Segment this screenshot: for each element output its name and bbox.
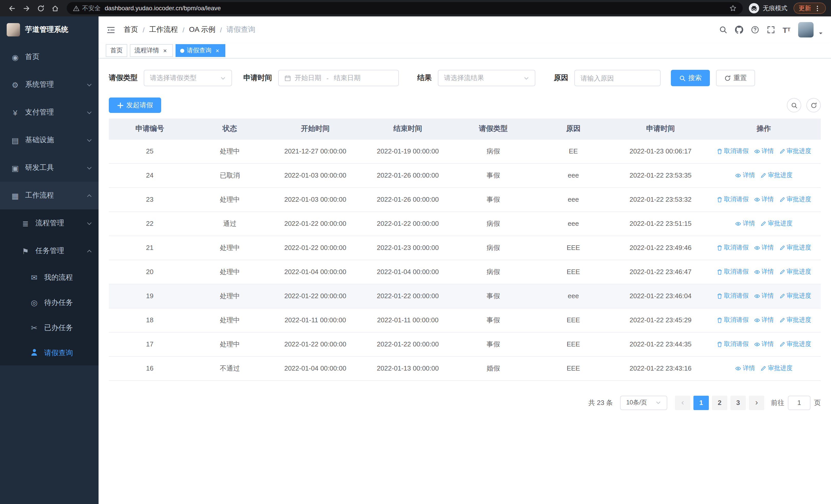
chevron-down-icon: [87, 82, 92, 86]
approval-progress-link[interactable]: 审批进度: [779, 195, 811, 204]
create-leave-button[interactable]: 发起请假: [109, 97, 161, 113]
cancel-leave-link[interactable]: 取消请假: [716, 316, 749, 324]
font-size-icon[interactable]: TT: [782, 26, 791, 34]
page-button-2[interactable]: 2: [712, 395, 727, 410]
page-button-1[interactable]: 1: [693, 395, 709, 410]
breadcrumb-item[interactable]: OA 示例: [189, 25, 216, 34]
next-page-button[interactable]: ›: [749, 395, 764, 410]
detail-link[interactable]: 详情: [754, 243, 774, 252]
detail-link[interactable]: 详情: [754, 147, 774, 155]
sidebar-item-payment-management[interactable]: ¥ 支付管理: [0, 98, 98, 126]
cell-reason: eee: [532, 163, 614, 187]
sidebar-item-workflow[interactable]: ▦ 工作流程: [0, 182, 98, 209]
sidebar-item-todo-tasks[interactable]: ◎ 待办任务: [0, 290, 98, 315]
site-security-chip[interactable]: 不安全: [73, 4, 101, 12]
leave-type-select[interactable]: 请选择请假类型: [144, 70, 232, 86]
app-logo[interactable]: 芋道管理系统: [0, 17, 98, 43]
cell-apply-id: 24: [109, 163, 191, 187]
help-icon[interactable]: [751, 26, 759, 34]
fullscreen-icon[interactable]: [767, 26, 775, 34]
start-date-placeholder: 开始日期: [295, 73, 321, 83]
sidebar-item-label: 已办任务: [44, 323, 91, 332]
cell-start-time: 2022-01-04 00:00:00: [269, 356, 362, 380]
cell-start-time: 2022-01-11 00:00:00: [269, 308, 362, 332]
tab-home[interactable]: 首页: [106, 44, 127, 57]
breadcrumb-item[interactable]: 工作流程: [149, 25, 178, 34]
cancel-leave-link[interactable]: 取消请假: [716, 292, 749, 300]
page-content: 请假类型 请选择请假类型 申请时间 开始日期 - 结束日期: [98, 59, 831, 504]
page-button-3[interactable]: 3: [730, 395, 746, 410]
chrome-update-button[interactable]: 更新: [794, 3, 826, 14]
cancel-leave-link[interactable]: 取消请假: [716, 340, 749, 349]
tab-leave-query[interactable]: 请假查询 ×: [175, 44, 225, 57]
user-avatar[interactable]: [798, 22, 813, 37]
result-select[interactable]: 请选择流结果: [438, 70, 535, 86]
sidebar-item-done-tasks[interactable]: ✂ 已办任务: [0, 315, 98, 340]
address-bar[interactable]: 不安全 dashboard.yudao.iocoder.cn/bpm/oa/le…: [67, 2, 743, 14]
approval-progress-link[interactable]: 审批进度: [779, 292, 811, 300]
approval-progress-link[interactable]: 审批进度: [760, 219, 793, 228]
cell-apply-time: 2022-01-22 23:53:35: [614, 163, 707, 187]
detail-link[interactable]: 详情: [735, 364, 755, 373]
sidebar-item-devtools[interactable]: ▣ 研发工具: [0, 154, 98, 182]
leave-table-body: 25处理中2021-12-27 00:00:002022-01-19 00:00…: [109, 139, 821, 380]
apply-time-range-picker[interactable]: 开始日期 - 结束日期: [278, 70, 399, 86]
approval-progress-link[interactable]: 审批进度: [779, 340, 811, 349]
search-icon[interactable]: [719, 26, 727, 34]
sidebar-item-infrastructure[interactable]: ▤ 基础设施: [0, 126, 98, 154]
sidebar-item-process-management[interactable]: ≣ 流程管理: [0, 209, 98, 237]
home-button[interactable]: [48, 2, 62, 15]
prev-page-button[interactable]: ‹: [675, 395, 690, 410]
breadcrumb-separator: /: [220, 26, 222, 34]
reset-button[interactable]: 重置: [716, 70, 755, 86]
approval-progress-link[interactable]: 审批进度: [779, 267, 811, 276]
approval-progress-link[interactable]: 审批进度: [760, 364, 793, 373]
close-icon[interactable]: ×: [214, 47, 221, 54]
detail-link[interactable]: 详情: [754, 195, 774, 204]
approval-progress-link[interactable]: 审批进度: [779, 147, 811, 155]
detail-link[interactable]: 详情: [754, 292, 774, 300]
cell-end-time: 2022-01-26 00:00:00: [362, 187, 454, 211]
github-icon[interactable]: [735, 26, 743, 34]
cancel-leave-link[interactable]: 取消请假: [716, 267, 749, 276]
sidebar-item-home[interactable]: ◉ 首页: [0, 43, 98, 71]
incognito-icon: [749, 3, 759, 13]
refresh-table-button[interactable]: [806, 98, 821, 112]
search-button[interactable]: 搜索: [671, 70, 710, 86]
goto-page-input[interactable]: [788, 395, 810, 410]
sidebar-collapse-button[interactable]: [106, 26, 115, 34]
approval-progress-link[interactable]: 审批进度: [760, 171, 793, 180]
cancel-leave-link[interactable]: 取消请假: [716, 147, 749, 155]
bookmark-star-icon[interactable]: [729, 5, 737, 12]
approval-progress-link[interactable]: 审批进度: [779, 316, 811, 324]
cell-status: 处理中: [191, 139, 269, 163]
reason-input[interactable]: [580, 74, 654, 82]
cancel-leave-link[interactable]: 取消请假: [716, 243, 749, 252]
detail-link[interactable]: 详情: [754, 267, 774, 276]
sidebar-item-my-process[interactable]: ✉ 我的流程: [0, 265, 98, 290]
toggle-search-button[interactable]: [787, 98, 801, 112]
detail-link[interactable]: 详情: [754, 340, 774, 349]
approval-progress-link[interactable]: 审批进度: [779, 243, 811, 252]
breadcrumb-item[interactable]: 首页: [124, 25, 138, 34]
close-icon[interactable]: ×: [162, 47, 168, 54]
gear-icon: ⚙: [11, 81, 20, 89]
detail-link[interactable]: 详情: [754, 316, 774, 324]
eye-icon: [754, 293, 760, 299]
detail-link[interactable]: 详情: [735, 171, 755, 180]
cell-apply-id: 20: [109, 260, 191, 284]
page-size-select[interactable]: 10条/页: [620, 395, 667, 410]
detail-link[interactable]: 详情: [735, 219, 755, 228]
user-menu-caret-icon[interactable]: [818, 31, 823, 36]
cancel-leave-link[interactable]: 取消请假: [716, 195, 749, 204]
cell-apply-id: 19: [109, 284, 191, 308]
sidebar-item-task-management[interactable]: ⚑ 任务管理: [0, 237, 98, 265]
sidebar-item-system-management[interactable]: ⚙ 系统管理: [0, 71, 98, 98]
table-toolbar: 发起请假: [109, 97, 821, 113]
reload-button[interactable]: [34, 2, 47, 15]
forward-button[interactable]: [20, 2, 33, 15]
back-button[interactable]: [5, 2, 19, 15]
tab-process-detail[interactable]: 流程详情 ×: [130, 44, 173, 57]
browser-menu-icon[interactable]: [814, 5, 821, 11]
sidebar-item-leave-query[interactable]: 请假查询: [0, 340, 98, 365]
